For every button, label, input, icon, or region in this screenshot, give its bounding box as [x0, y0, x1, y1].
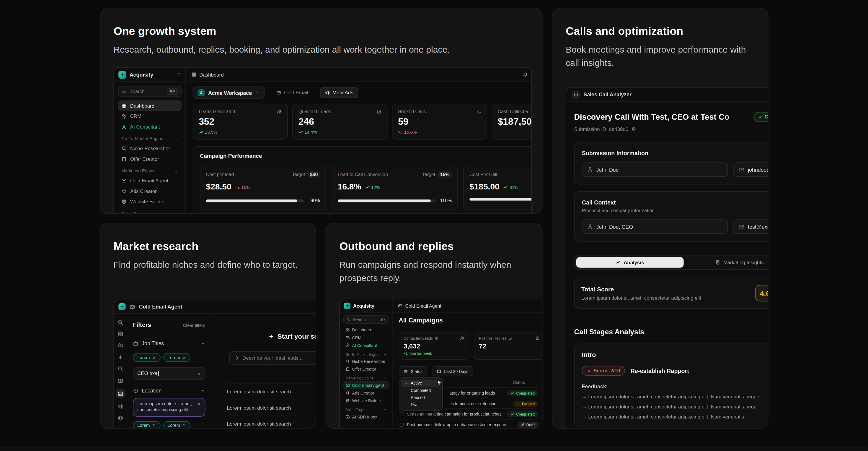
sidebar-header: Acquisity [340, 300, 393, 312]
tab-meta-ads[interactable]: Meta Ads [320, 87, 358, 98]
sidebar-item-ads-creator[interactable]: Ads Creator [118, 186, 182, 196]
close-icon[interactable] [152, 356, 156, 359]
megaphone-icon[interactable] [118, 403, 124, 410]
sidebar-section-marketing[interactable]: Marketing Engine [121, 168, 178, 173]
close-icon[interactable] [182, 424, 186, 427]
name-field[interactable]: John Doe, CEO [582, 220, 728, 234]
sidebar-section-gtm[interactable]: Go-To-Market Engine [345, 353, 387, 357]
search-placeholder: Search [352, 317, 366, 322]
menu-item-draft[interactable]: Draft [401, 401, 441, 408]
sidebar-section-marketing[interactable]: Marketing Engine [345, 376, 387, 380]
sidebar-item-ai-consultant[interactable]: AI Consultant [118, 121, 182, 132]
sidebar-item-ads-creator[interactable]: Ads Creator [343, 389, 390, 397]
sidebar-item-niche-researcher[interactable]: Niche Researcher [343, 357, 390, 365]
copy-icon[interactable] [631, 126, 637, 132]
sidebar-item-website-builder[interactable]: Website Builder [343, 397, 390, 404]
email-field[interactable]: johndoe@g [733, 162, 768, 177]
name-value: John Doe [596, 166, 619, 173]
row-checkbox[interactable] [400, 423, 404, 426]
text-caret [158, 371, 159, 376]
sidebar-item-dashboard[interactable]: Dashboard [343, 326, 390, 334]
tab-marketing-insights[interactable]: Marketing Insights [686, 257, 768, 268]
search-icon[interactable] [118, 319, 124, 326]
acquisity-logo-icon [118, 71, 126, 78]
feedback-line: → Lorem ipsum dolor sit amet, consectetu… [582, 414, 769, 420]
sidebar-item-ai-consultant[interactable]: AI Consultant [343, 341, 390, 349]
sidebar-section-gtm[interactable]: Go-To-Market Engine [121, 136, 178, 141]
name-field[interactable]: John Doe [582, 162, 728, 177]
sidebar-item-niche-researcher[interactable]: Niche Researcher [118, 143, 182, 154]
filter-group-location[interactable]: Location [133, 388, 206, 394]
tab-cold-email[interactable]: Cold Email [271, 87, 313, 98]
info-icon [508, 336, 512, 340]
globe-icon[interactable] [118, 415, 124, 421]
status-label: Completed [516, 391, 535, 395]
table-row[interactable]: Post-purchase follow-up to enhance custo… [399, 419, 538, 429]
close-icon[interactable] [152, 424, 156, 427]
card-research-title: Market research [113, 240, 302, 253]
sidebar-item-crm[interactable]: CRM [343, 334, 390, 341]
filter-row: Status Last 30 Days [399, 366, 542, 376]
date-filter-button[interactable]: Last 30 Days [432, 366, 473, 376]
card-research: Market research Find profitable niches a… [100, 223, 316, 429]
sparkle-icon[interactable] [118, 354, 124, 360]
mouse-cursor [436, 379, 443, 386]
status-filter-button[interactable]: Status [399, 366, 428, 376]
job-title-input[interactable]: CEO exa [133, 367, 206, 379]
metric-value: 16.8% [338, 182, 361, 191]
menu-item-paused[interactable]: Paused [401, 394, 441, 401]
sidebar-item-ai-sdr-inbox[interactable]: AI SDR Inbox [343, 413, 390, 421]
kpi-label: Qualified Leads [299, 109, 331, 114]
leads-search-input[interactable]: Describe your ideal leads... [229, 351, 316, 365]
filter-group-job-titles[interactable]: Job Titles [133, 340, 206, 346]
users-icon[interactable] [118, 342, 124, 349]
close-icon[interactable] [182, 356, 186, 359]
inbox-icon-active[interactable] [116, 389, 125, 398]
sidebar-item-offer-creator[interactable]: Offer Creator [343, 365, 390, 373]
collapse-sidebar-icon[interactable] [176, 72, 181, 77]
campaign-performance-panel: Campaign Performance Cost per lead Targe… [193, 146, 532, 214]
workspace-switcher[interactable]: A Acme Workspace [193, 87, 265, 99]
menu-item-label: Active [411, 380, 422, 386]
clear-filters-link[interactable]: Clear filters [183, 323, 206, 328]
call-context-panel: Call Context Prospect and company inform… [574, 191, 768, 242]
menu-item-completed[interactable]: Completed [401, 387, 441, 394]
result-row[interactable]: Lorem ipsum dolor sit search [227, 416, 316, 429]
sparkle-icon [268, 334, 274, 339]
clear-input-icon[interactable] [197, 371, 201, 375]
app-titlebar: Acquisity Cold Email Agent [340, 300, 542, 313]
dashboard-icon[interactable] [118, 331, 124, 337]
sidebar-section-sales[interactable]: Sales Engine [121, 211, 178, 214]
bell-icon[interactable] [522, 72, 528, 78]
search-placeholder: Search [130, 89, 145, 94]
sidebar-section-sales[interactable]: Sales Engine [345, 408, 387, 412]
card-calls-subtitle: Book meetings and improve performance wi… [566, 43, 754, 70]
megaphone-icon [345, 391, 350, 395]
sidebar-item-dashboard[interactable]: Dashboard [118, 100, 182, 111]
sidebar-item-cold-email-agent[interactable]: Cold Email Agent [343, 381, 390, 389]
sidebar-search[interactable]: Search ⌘K [343, 315, 390, 323]
email-field[interactable]: test@examp [733, 220, 768, 234]
sidebar-search[interactable]: Search ⌘K [118, 86, 182, 97]
user-icon [121, 124, 127, 130]
card-growth-title: One growth system [113, 25, 528, 37]
progress-bar [469, 198, 532, 200]
tab-analysis[interactable]: Analysis [576, 257, 684, 268]
search-icon[interactable] [118, 366, 124, 372]
row-checkbox[interactable] [400, 412, 404, 416]
close-icon[interactable] [197, 402, 201, 406]
brand-name: Acquisity [353, 303, 374, 309]
users-icon [121, 113, 127, 119]
result-row[interactable]: Lorem ipsum dolor sit search [227, 384, 316, 400]
email-value: test@examp [748, 224, 768, 230]
result-row[interactable]: Lorem ipsum dolor sit search [227, 400, 316, 416]
sidebar-item-cold-email-agent[interactable]: Cold Email Agent [118, 175, 182, 186]
sidebar-item-website-builder[interactable]: Website Builder [118, 196, 182, 207]
menu-item-active[interactable]: Active [401, 379, 441, 387]
gift-icon[interactable] [118, 377, 124, 384]
dashboard-icon [192, 72, 197, 77]
chevron-down-icon [201, 388, 206, 393]
filter-group-label: Location [142, 388, 161, 394]
sidebar-item-crm[interactable]: CRM [118, 111, 182, 121]
sidebar-item-offer-creator[interactable]: Offer Creator [118, 153, 182, 164]
